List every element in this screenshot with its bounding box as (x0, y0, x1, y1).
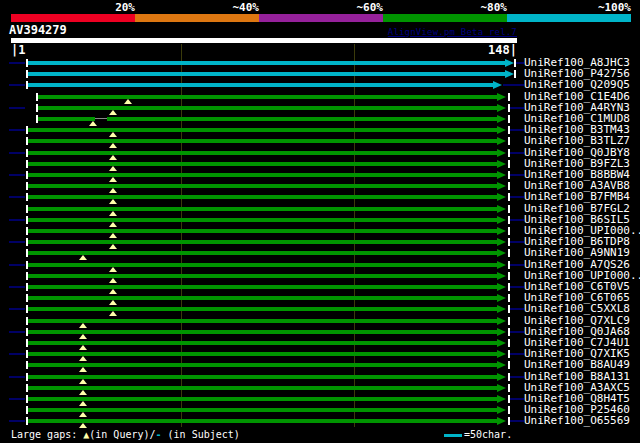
alignment-bar[interactable] (28, 61, 505, 65)
alignment-bar[interactable] (28, 408, 497, 412)
alignment-rows: UniRef100_A8JHC3UniRef100_P42756UniRef10… (0, 0, 640, 443)
gap-marker-triangle-icon (79, 423, 87, 428)
alignment-bar[interactable] (28, 229, 497, 233)
alignment-bar[interactable] (28, 240, 497, 244)
query-end-tick (508, 216, 510, 224)
alignment-arrowhead-icon (497, 227, 506, 235)
alignment-arrowhead-icon (497, 373, 506, 381)
alignment-bar[interactable] (28, 251, 497, 255)
query-end-tick (508, 160, 510, 168)
gap-legend: Large gaps: ▲(in Query)/- (in Subject) (11, 429, 240, 441)
alignment-bar[interactable] (38, 95, 497, 99)
link-dash-left-icon (9, 376, 25, 378)
alignment-bar[interactable] (28, 173, 497, 177)
query-end-tick (508, 373, 510, 381)
alignment-bar[interactable] (28, 162, 497, 166)
link-dash-left-icon (9, 62, 25, 64)
link-dash-right-icon (510, 376, 524, 378)
query-end-tick (508, 205, 510, 213)
alignment-arrowhead-icon (497, 238, 506, 246)
link-dash-right-icon (510, 353, 524, 355)
alignment-arrowhead-icon (497, 305, 506, 313)
alignment-bar[interactable] (28, 397, 497, 401)
query-end-tick (508, 171, 510, 179)
gap-legend-label: Large gaps: (11, 429, 83, 441)
alignment-bar[interactable] (28, 319, 497, 323)
alignment-arrowhead-icon (497, 149, 506, 157)
query-end-tick (508, 193, 510, 201)
alignment-arrowhead-icon (497, 417, 506, 425)
alignment-bar[interactable] (28, 363, 497, 367)
alignment-arrowhead-icon (505, 59, 514, 67)
alignment-bar[interactable] (28, 285, 497, 289)
alignment-bar[interactable] (28, 375, 497, 379)
query-end-tick (508, 126, 510, 134)
query-end-tick (508, 104, 510, 112)
link-dash-left-icon (9, 107, 25, 109)
query-end-tick (508, 384, 510, 392)
subject-label[interactable]: UniRef100_O65569 (524, 415, 630, 427)
query-end-tick (508, 406, 510, 414)
alignment-bar[interactable] (28, 419, 497, 423)
alignment-arrowhead-icon (497, 283, 506, 291)
alignment-arrowhead-icon (497, 137, 506, 145)
alignment-arrowhead-icon (497, 317, 506, 325)
query-end-tick (508, 272, 510, 280)
alignment-arrowhead-icon (497, 328, 506, 336)
alignment-arrowhead-icon (497, 205, 506, 213)
alignment-bar[interactable] (28, 263, 497, 267)
alignment-bar[interactable] (28, 352, 497, 356)
query-end-tick (508, 238, 510, 246)
alignment-arrowhead-icon (497, 193, 506, 201)
link-dash-right-icon (510, 398, 524, 400)
alignment-bar[interactable] (38, 117, 95, 121)
link-dash-left-icon (9, 331, 25, 333)
alignment-row: UniRef100_O65569 (0, 415, 640, 427)
alignment-arrowhead-icon (497, 361, 506, 369)
alignment-bar[interactable] (107, 117, 497, 121)
query-end-tick (508, 294, 510, 302)
alignment-arrowhead-icon (497, 171, 506, 179)
alignment-bar[interactable] (28, 386, 497, 390)
alignment-bar[interactable] (28, 151, 497, 155)
alignment-bar[interactable] (28, 207, 497, 211)
query-end-tick (508, 227, 510, 235)
link-dash-right-icon (510, 219, 524, 221)
link-dash-left-icon (9, 420, 25, 422)
alignment-bar[interactable] (28, 184, 497, 188)
query-end-tick (508, 182, 510, 190)
link-dash-left-icon (9, 219, 25, 221)
alignment-arrowhead-icon (497, 294, 506, 302)
link-dash-left-icon (9, 308, 25, 310)
query-end-tick (508, 115, 510, 123)
alignment-arrowhead-icon (497, 384, 506, 392)
link-dash-right-icon (510, 196, 524, 198)
alignment-arrowhead-icon (497, 272, 506, 280)
alignment-bar[interactable] (28, 83, 493, 87)
alignment-bar[interactable] (28, 307, 497, 311)
query-end-tick (508, 395, 510, 403)
link-dash-right-icon (510, 152, 524, 154)
link-dash-right-icon (510, 129, 524, 131)
link-dash-left-icon (9, 84, 25, 86)
query-end-tick (508, 339, 510, 347)
link-dash-right-icon (510, 264, 524, 266)
alignment-bar[interactable] (28, 139, 497, 143)
query-gap-text: (in Query)/ (89, 429, 155, 441)
link-dash-right-icon (510, 331, 524, 333)
alignment-bar[interactable] (28, 128, 497, 132)
link-dash-left-icon (9, 241, 25, 243)
query-end-tick (508, 350, 510, 358)
alignment-arrowhead-icon (497, 249, 506, 257)
alignment-arrowhead-icon (497, 350, 506, 358)
link-dash-left-icon (9, 353, 25, 355)
alignment-bar[interactable] (28, 195, 497, 199)
alignment-bar[interactable] (38, 106, 497, 110)
query-end-tick (508, 249, 510, 257)
alignment-bar[interactable] (28, 341, 497, 345)
alignment-bar[interactable] (28, 296, 497, 300)
alignment-bar[interactable] (28, 72, 505, 76)
alignment-bar[interactable] (28, 330, 497, 334)
alignment-bar[interactable] (28, 218, 497, 222)
alignment-bar[interactable] (28, 274, 497, 278)
